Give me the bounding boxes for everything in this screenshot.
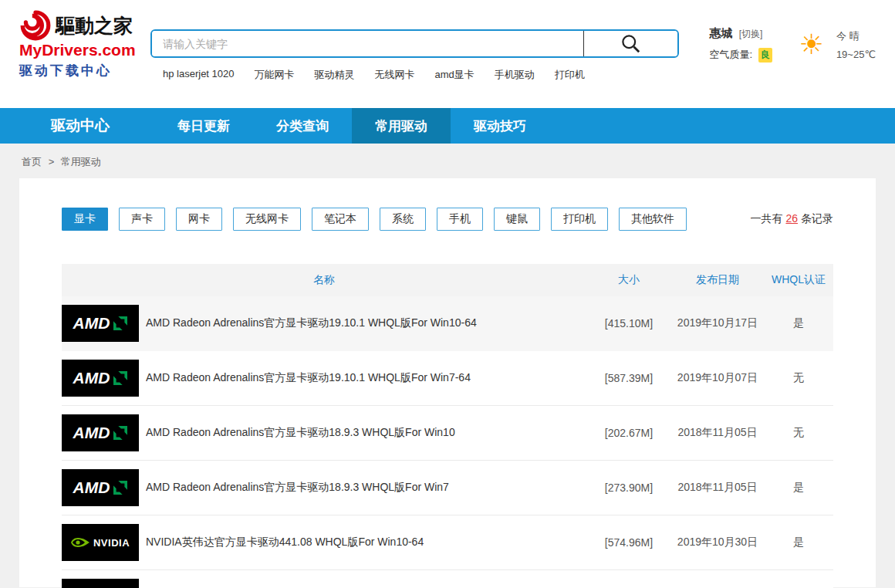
amd-arrow-icon [113,481,127,495]
search-input[interactable] [152,31,583,56]
air-quality-badge: 良 [758,48,772,63]
brand-logo [62,579,139,588]
category-keyboard-mouse[interactable]: 键鼠 [494,208,540,231]
search-area: hp laserjet 1020 万能网卡 驱动精灵 无线网卡 amd显卡 手机… [150,29,679,82]
hot-link[interactable]: amd显卡 [435,68,475,82]
nav-item-driver-tips[interactable]: 驱动技巧 [451,108,549,144]
content-card: 显卡 声卡 网卡 无线网卡 笔记本 系统 手机 键鼠 打印机 其他软件 一共有2… [19,178,876,587]
driver-whql: 无 [764,371,833,385]
amd-arrow-icon [113,426,127,440]
category-system[interactable]: 系统 [380,208,426,231]
driver-table: 名称 大小 发布日期 WHQL认证 AMD AMD Radeon Adrenal… [62,264,833,588]
hot-link[interactable]: 无线网卡 [375,68,415,82]
amd-logo-text: AMD [73,424,110,442]
driver-date: 2018年11月05日 [671,426,764,440]
hot-link[interactable]: hp laserjet 1020 [163,68,235,82]
header-name: 名称 [62,273,586,287]
driver-date: 2018年11月05日 [671,481,764,495]
logo-subtitle: 驱动下载中心 [19,62,147,79]
category-wireless[interactable]: 无线网卡 [233,208,301,231]
driver-whql: 是 [764,316,833,330]
breadcrumb-home[interactable]: 首页 [22,156,42,167]
breadcrumb-current: 常用驱动 [61,156,101,167]
record-count: 一共有26条记录 [750,212,833,226]
nav-item-common-drivers[interactable]: 常用驱动 [352,108,451,144]
main-nav: 驱动中心 每日更新 分类查询 常用驱动 驱动技巧 [0,108,895,144]
hot-link[interactable]: 手机驱动 [495,68,535,82]
amd-logo: AMD [62,360,139,397]
city-switch-link[interactable]: [切换] [739,29,763,39]
record-count-suffix: 条记录 [801,212,833,225]
header-whql: WHQL认证 [764,273,833,287]
breadcrumb-separator: > [49,156,55,167]
driver-size: [415.10M] [586,317,671,329]
driver-link[interactable]: AMD Radeon Adrenalins官方显卡驱动19.10.1 WHQL版… [146,316,477,330]
category-filter-row: 显卡 声卡 网卡 无线网卡 笔记本 系统 手机 键鼠 打印机 其他软件 一共有2… [62,208,833,231]
driver-date: 2019年10月30日 [671,536,764,549]
category-laptop[interactable]: 笔记本 [312,208,369,231]
category-phone[interactable]: 手机 [437,208,483,231]
table-row: AMD AMD Radeon Adrenalins官方显卡驱动18.9.3 WH… [62,461,833,515]
search-icon [620,33,641,54]
amd-logo-text: AMD [73,369,110,387]
driver-link[interactable]: AMD Radeon Adrenalins官方显卡驱动18.9.3 WHQL版F… [146,426,455,440]
hot-link[interactable]: 万能网卡 [255,68,295,82]
category-network[interactable]: 网卡 [176,208,222,231]
air-quality-label: 空气质量: [710,49,753,60]
driver-whql: 是 [764,536,833,549]
category-gpu[interactable]: 显卡 [62,208,108,231]
amd-logo-text: AMD [73,314,110,333]
amd-arrow-icon [113,371,127,385]
amd-logo-text: AMD [73,478,110,497]
weather-widget: 惠城 [切换] 空气质量: 良 ☀ 今 晴 19~25℃ [710,26,876,63]
site-header: 驅動之家 MyDrivers.com 驱动下载中心 hp laserjet 10… [0,0,895,108]
amd-logo: AMD [62,469,139,506]
weather-city: 惠城 [710,26,733,39]
driver-link[interactable]: AMD Radeon Adrenalins官方显卡驱动19.10.1 WHQL版… [146,371,471,385]
sun-icon: ☀ [799,31,824,59]
table-header: 名称 大小 发布日期 WHQL认证 [62,264,833,296]
header-date: 发布日期 [671,273,764,287]
nvidia-eye-icon [71,536,90,549]
amd-logo: AMD [62,305,139,342]
table-row: AMD AMD Radeon Adrenalins官方显卡驱动19.10.1 W… [62,351,833,406]
weather-temp: 19~25℃ [836,49,876,60]
driver-date: 2019年10月17日 [671,316,764,330]
search-box [150,29,679,58]
nav-item-daily-update[interactable]: 每日更新 [154,108,253,144]
table-row: NVIDIA NVIDIA英伟达官方显卡驱动441.08 WHQL版For Wi… [62,515,833,570]
table-row: AMD AMD Radeon Adrenalins官方显卡驱动18.9.3 WH… [62,406,833,461]
logo-cn-name: 驅動之家 [56,13,133,39]
header-size: 大小 [586,273,671,287]
page-body: 首页 > 常用驱动 显卡 声卡 网卡 无线网卡 笔记本 系统 手机 键鼠 打印机… [0,144,895,588]
category-sound[interactable]: 声卡 [119,208,165,231]
nvidia-logo-text: NVIDIA [93,537,130,549]
category-other-software[interactable]: 其他软件 [619,208,687,231]
search-button[interactable] [583,31,677,56]
weather-condition: 今 晴 [836,29,876,43]
hot-link[interactable]: 驱动精灵 [315,68,355,82]
driver-size: [574.96M] [586,536,671,549]
table-row [62,570,833,588]
driver-size: [587.39M] [586,372,671,384]
driver-size: [273.90M] [586,482,671,494]
nav-item-category-query[interactable]: 分类查询 [253,108,352,144]
driver-date: 2019年10月07日 [671,371,764,385]
amd-arrow-icon [113,316,127,330]
driver-whql: 无 [764,426,833,440]
nav-item-driver-center[interactable]: 驱动中心 [31,108,130,144]
hot-links: hp laserjet 1020 万能网卡 驱动精灵 无线网卡 amd显卡 手机… [150,68,679,82]
record-count-number[interactable]: 26 [782,212,801,225]
driver-size: [202.67M] [586,427,671,439]
driver-link[interactable]: AMD Radeon Adrenalins官方显卡驱动18.9.3 WHQL版F… [146,481,449,495]
table-row: AMD AMD Radeon Adrenalins官方显卡驱动19.10.1 W… [62,296,833,351]
dragon-logo-icon [19,9,52,42]
driver-whql: 是 [764,481,833,495]
breadcrumb: 首页 > 常用驱动 [0,144,895,178]
hot-link[interactable]: 打印机 [555,68,585,82]
site-logo[interactable]: 驅動之家 MyDrivers.com 驱动下载中心 [19,9,147,79]
category-printer[interactable]: 打印机 [551,208,608,231]
record-count-prefix: 一共有 [750,212,782,225]
driver-link[interactable]: NVIDIA英伟达官方显卡驱动441.08 WHQL版For Win10-64 [146,536,424,549]
amd-logo: AMD [62,414,139,451]
